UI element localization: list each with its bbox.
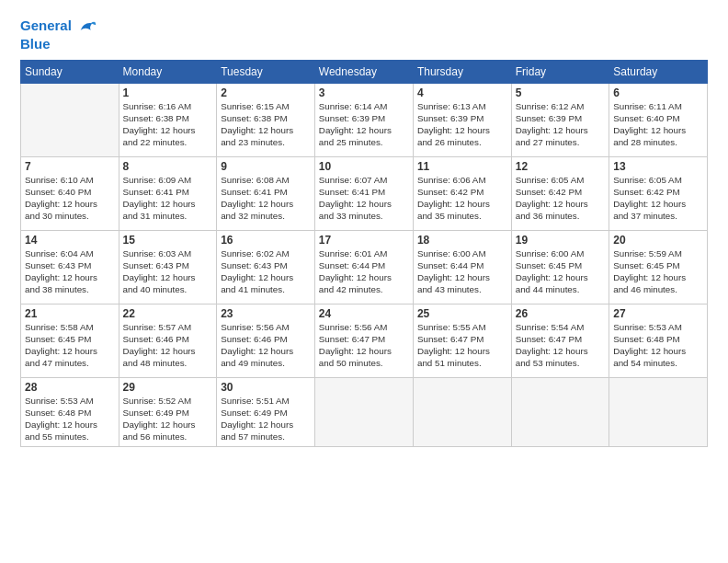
- day-number: 22: [123, 307, 213, 320]
- day-info: Sunrise: 5:51 AMSunset: 6:49 PMDaylight:…: [221, 395, 311, 443]
- calendar-cell: 18Sunrise: 6:00 AMSunset: 6:44 PMDayligh…: [413, 230, 511, 304]
- day-number: 21: [25, 307, 115, 320]
- logo-blue: Blue: [20, 37, 97, 52]
- logo: General Blue: [20, 17, 97, 52]
- calendar-cell: 22Sunrise: 5:57 AMSunset: 6:46 PMDayligh…: [119, 304, 217, 377]
- day-number: 15: [123, 234, 213, 247]
- calendar-cell: 21Sunrise: 5:58 AMSunset: 6:45 PMDayligh…: [21, 304, 119, 377]
- day-number: 12: [516, 160, 605, 173]
- calendar-cell: 25Sunrise: 5:55 AMSunset: 6:47 PMDayligh…: [413, 304, 511, 377]
- calendar-cell: 8Sunrise: 6:09 AMSunset: 6:41 PMDaylight…: [119, 156, 217, 230]
- day-info: Sunrise: 6:11 AMSunset: 6:40 PMDaylight:…: [613, 100, 703, 149]
- day-info: Sunrise: 6:04 AMSunset: 6:43 PMDaylight:…: [25, 247, 115, 296]
- calendar-cell: 9Sunrise: 6:08 AMSunset: 6:41 PMDaylight…: [217, 156, 315, 230]
- day-number: 6: [613, 86, 703, 99]
- calendar-cell: 13Sunrise: 6:05 AMSunset: 6:42 PMDayligh…: [609, 156, 708, 230]
- calendar-cell: 19Sunrise: 6:00 AMSunset: 6:45 PMDayligh…: [511, 230, 609, 304]
- calendar-week-5: 28Sunrise: 5:53 AMSunset: 6:48 PMDayligh…: [21, 377, 708, 447]
- day-info: Sunrise: 6:09 AMSunset: 6:41 PMDaylight:…: [123, 174, 213, 223]
- calendar-cell: [314, 377, 413, 447]
- col-header-friday: Friday: [511, 60, 609, 83]
- calendar-cell: 28Sunrise: 5:53 AMSunset: 6:48 PMDayligh…: [21, 377, 119, 447]
- col-header-tuesday: Tuesday: [217, 60, 315, 83]
- calendar-week-4: 21Sunrise: 5:58 AMSunset: 6:45 PMDayligh…: [21, 304, 708, 377]
- day-info: Sunrise: 5:52 AMSunset: 6:49 PMDaylight:…: [123, 395, 213, 443]
- day-info: Sunrise: 6:14 AMSunset: 6:39 PMDaylight:…: [319, 100, 409, 149]
- day-info: Sunrise: 6:08 AMSunset: 6:41 PMDaylight:…: [221, 174, 311, 223]
- calendar-cell: 23Sunrise: 5:56 AMSunset: 6:46 PMDayligh…: [217, 304, 315, 377]
- day-number: 10: [319, 160, 409, 173]
- calendar-cell: 5Sunrise: 6:12 AMSunset: 6:39 PMDaylight…: [511, 83, 609, 156]
- calendar-week-2: 7Sunrise: 6:10 AMSunset: 6:40 PMDaylight…: [21, 156, 708, 230]
- calendar-cell: 17Sunrise: 6:01 AMSunset: 6:44 PMDayligh…: [314, 230, 413, 304]
- calendar-cell: 1Sunrise: 6:16 AMSunset: 6:38 PMDaylight…: [119, 83, 217, 156]
- day-number: 24: [319, 307, 409, 320]
- logo-bird-icon: [77, 17, 97, 37]
- calendar-header-row: SundayMondayTuesdayWednesdayThursdayFrid…: [21, 60, 708, 83]
- day-number: 29: [123, 381, 213, 394]
- day-number: 9: [221, 160, 311, 173]
- day-info: Sunrise: 5:54 AMSunset: 6:47 PMDaylight:…: [516, 321, 605, 370]
- day-info: Sunrise: 6:05 AMSunset: 6:42 PMDaylight:…: [613, 174, 703, 223]
- col-header-monday: Monday: [119, 60, 217, 83]
- calendar-week-1: 1Sunrise: 6:16 AMSunset: 6:38 PMDaylight…: [21, 83, 708, 156]
- calendar-cell: 15Sunrise: 6:03 AMSunset: 6:43 PMDayligh…: [119, 230, 217, 304]
- calendar-cell: 14Sunrise: 6:04 AMSunset: 6:43 PMDayligh…: [21, 230, 119, 304]
- col-header-sunday: Sunday: [21, 60, 119, 83]
- day-number: 30: [221, 381, 311, 394]
- day-info: Sunrise: 5:53 AMSunset: 6:48 PMDaylight:…: [25, 395, 115, 443]
- day-info: Sunrise: 5:53 AMSunset: 6:48 PMDaylight:…: [613, 321, 703, 370]
- day-number: 14: [25, 234, 115, 247]
- day-number: 1: [123, 86, 213, 99]
- day-number: 28: [25, 381, 115, 394]
- day-info: Sunrise: 5:56 AMSunset: 6:46 PMDaylight:…: [221, 321, 311, 370]
- calendar-cell: 3Sunrise: 6:14 AMSunset: 6:39 PMDaylight…: [314, 83, 413, 156]
- day-info: Sunrise: 6:13 AMSunset: 6:39 PMDaylight:…: [417, 100, 507, 149]
- day-info: Sunrise: 6:05 AMSunset: 6:42 PMDaylight:…: [516, 174, 605, 223]
- day-number: 11: [417, 160, 507, 173]
- day-number: 8: [123, 160, 213, 173]
- calendar-cell: [511, 377, 609, 447]
- day-info: Sunrise: 5:57 AMSunset: 6:46 PMDaylight:…: [123, 321, 213, 370]
- day-number: 4: [417, 86, 507, 99]
- day-info: Sunrise: 6:12 AMSunset: 6:39 PMDaylight:…: [516, 100, 605, 149]
- calendar-cell: [21, 83, 119, 156]
- page: General Blue SundayMondayTuesdayWednesda…: [0, 0, 728, 563]
- day-info: Sunrise: 6:15 AMSunset: 6:38 PMDaylight:…: [221, 100, 311, 149]
- calendar-cell: [609, 377, 708, 447]
- day-number: 23: [221, 307, 311, 320]
- day-info: Sunrise: 6:00 AMSunset: 6:45 PMDaylight:…: [516, 247, 605, 296]
- day-info: Sunrise: 5:55 AMSunset: 6:47 PMDaylight:…: [417, 321, 507, 370]
- day-number: 3: [319, 86, 409, 99]
- col-header-thursday: Thursday: [413, 60, 511, 83]
- day-number: 18: [417, 234, 507, 247]
- calendar-cell: 6Sunrise: 6:11 AMSunset: 6:40 PMDaylight…: [609, 83, 708, 156]
- day-number: 16: [221, 234, 311, 247]
- header-row: General Blue: [20, 17, 708, 52]
- calendar-cell: 10Sunrise: 6:07 AMSunset: 6:41 PMDayligh…: [314, 156, 413, 230]
- calendar-table: SundayMondayTuesdayWednesdayThursdayFrid…: [20, 60, 708, 448]
- day-info: Sunrise: 6:10 AMSunset: 6:40 PMDaylight:…: [25, 174, 115, 223]
- calendar-cell: 24Sunrise: 5:56 AMSunset: 6:47 PMDayligh…: [314, 304, 413, 377]
- day-number: 17: [319, 234, 409, 247]
- day-info: Sunrise: 5:59 AMSunset: 6:45 PMDaylight:…: [613, 247, 703, 296]
- day-number: 13: [613, 160, 703, 173]
- calendar-cell: 30Sunrise: 5:51 AMSunset: 6:49 PMDayligh…: [217, 377, 315, 447]
- col-header-wednesday: Wednesday: [314, 60, 413, 83]
- calendar-cell: 4Sunrise: 6:13 AMSunset: 6:39 PMDaylight…: [413, 83, 511, 156]
- calendar-cell: 29Sunrise: 5:52 AMSunset: 6:49 PMDayligh…: [119, 377, 217, 447]
- day-number: 25: [417, 307, 507, 320]
- day-number: 5: [516, 86, 605, 99]
- day-number: 19: [516, 234, 605, 247]
- col-header-saturday: Saturday: [609, 60, 708, 83]
- calendar-cell: 2Sunrise: 6:15 AMSunset: 6:38 PMDaylight…: [217, 83, 315, 156]
- day-info: Sunrise: 5:58 AMSunset: 6:45 PMDaylight:…: [25, 321, 115, 370]
- logo-general: General: [20, 17, 72, 33]
- day-number: 2: [221, 86, 311, 99]
- day-info: Sunrise: 6:03 AMSunset: 6:43 PMDaylight:…: [123, 247, 213, 296]
- calendar-week-3: 14Sunrise: 6:04 AMSunset: 6:43 PMDayligh…: [21, 230, 708, 304]
- day-info: Sunrise: 6:07 AMSunset: 6:41 PMDaylight:…: [319, 174, 409, 223]
- calendar-cell: 11Sunrise: 6:06 AMSunset: 6:42 PMDayligh…: [413, 156, 511, 230]
- day-number: 20: [613, 234, 703, 247]
- calendar-cell: 12Sunrise: 6:05 AMSunset: 6:42 PMDayligh…: [511, 156, 609, 230]
